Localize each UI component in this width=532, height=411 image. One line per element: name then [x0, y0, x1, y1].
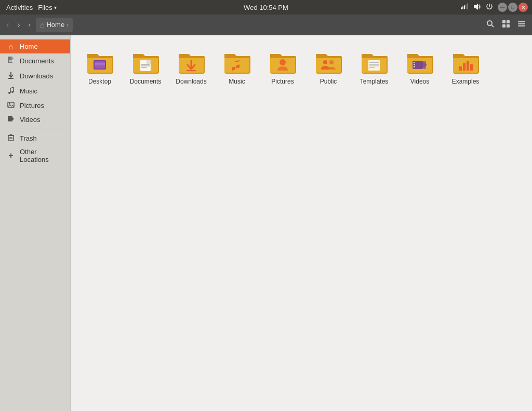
top-bar-clock: Wed 10:54 PM [244, 4, 288, 11]
sidebar-item-videos[interactable]: Videos [0, 113, 70, 127]
activities-button[interactable]: Activities [4, 3, 35, 12]
svg-point-24 [9, 103, 10, 105]
svg-line-7 [491, 25, 494, 27]
documents-icon [6, 56, 16, 66]
sidebar-item-home[interactable]: ⌂ Home [0, 39, 70, 53]
minimize-button[interactable]: — [498, 3, 507, 12]
sidebar-label-other-locations: Other Locations [20, 148, 64, 163]
files-menu[interactable]: Files ▾ [38, 4, 56, 11]
sidebar-item-pictures[interactable]: Pictures [0, 99, 70, 113]
music-folder-icon [222, 47, 251, 76]
file-label-videos: Videos [410, 78, 429, 85]
svg-rect-57 [423, 61, 426, 69]
pictures-icon [6, 101, 16, 110]
desktop-folder-icon [85, 47, 114, 76]
sidebar-label-downloads: Downloads [20, 72, 53, 80]
videos-icon [6, 115, 16, 124]
sidebar-label-music: Music [20, 87, 37, 95]
downloads-icon [6, 71, 16, 81]
home-icon: ⌂ [6, 42, 16, 51]
svg-rect-25 [8, 116, 12, 121]
file-label-downloads: Downloads [176, 78, 206, 85]
svg-rect-3 [466, 4, 467, 9]
svg-point-6 [487, 21, 492, 25]
svg-rect-14 [518, 25, 525, 26]
top-bar: Activities Files ▾ Wed 10:54 PM [0, 0, 532, 15]
search-button[interactable] [483, 18, 498, 32]
public-folder-icon [314, 47, 343, 76]
trash-icon [6, 134, 16, 143]
top-bar-left: Activities Files ▾ [4, 3, 57, 12]
files-menu-label: Files [38, 4, 52, 11]
maximize-button[interactable]: □ [508, 3, 517, 12]
view-toggle-button[interactable] [499, 18, 513, 32]
breadcrumb-chevron-icon: › [66, 21, 69, 29]
header-right-buttons [483, 18, 529, 32]
file-label-music: Music [229, 78, 245, 85]
other-locations-icon: + [6, 151, 16, 160]
svg-point-45 [323, 60, 327, 64]
file-item-downloads[interactable]: Downloads [170, 44, 212, 88]
sidebar-label-trash: Trash [20, 134, 37, 142]
templates-folder-icon [360, 47, 389, 76]
sidebar-label-pictures: Pictures [20, 102, 44, 109]
power-icon[interactable] [485, 3, 494, 12]
sidebar-item-downloads[interactable]: Downloads [0, 68, 70, 84]
svg-point-44 [280, 59, 286, 65]
main-layout: ⌂ Home Documents Down [0, 35, 532, 411]
file-label-documents: Documents [130, 78, 162, 85]
sidebar-label-videos: Videos [20, 116, 41, 124]
file-item-examples[interactable]: Examples [445, 44, 486, 88]
svg-rect-59 [463, 63, 466, 71]
svg-marker-16 [11, 57, 14, 59]
svg-rect-8 [502, 20, 506, 23]
network-icon[interactable] [460, 3, 469, 12]
up-button[interactable]: ‹ [25, 19, 34, 31]
back-button[interactable]: ‹ [3, 18, 12, 32]
svg-rect-12 [518, 21, 525, 22]
svg-rect-10 [502, 24, 506, 28]
breadcrumb[interactable]: ⌂ Home › [36, 18, 73, 32]
svg-rect-1 [462, 6, 463, 9]
breadcrumb-label: Home [46, 21, 64, 29]
svg-rect-54 [414, 64, 415, 65]
forward-button[interactable]: › [14, 18, 23, 32]
file-item-pictures[interactable]: Pictures [262, 44, 303, 88]
sidebar-divider [4, 129, 66, 129]
file-area: Desktop Docum [71, 35, 532, 411]
sidebar-label-home: Home [20, 43, 38, 50]
file-label-desktop: Desktop [88, 78, 111, 85]
svg-rect-58 [459, 66, 462, 71]
svg-rect-53 [414, 62, 415, 63]
sidebar-item-documents[interactable]: Documents [0, 53, 70, 68]
file-item-templates[interactable]: Templates [353, 44, 395, 88]
svg-rect-60 [467, 61, 469, 71]
close-button[interactable]: ✕ [518, 3, 528, 12]
svg-rect-23 [8, 102, 14, 107]
file-label-examples: Examples [452, 78, 480, 85]
sidebar-label-documents: Documents [20, 57, 54, 65]
svg-marker-5 [474, 4, 478, 10]
documents-folder-icon [131, 47, 160, 76]
volume-icon[interactable] [473, 3, 481, 12]
top-bar-right: — □ ✕ [460, 3, 528, 12]
file-label-templates: Templates [360, 78, 389, 85]
svg-rect-4 [467, 3, 468, 9]
file-item-videos[interactable]: Videos [399, 44, 441, 88]
menu-button[interactable] [514, 18, 529, 32]
svg-point-46 [329, 60, 334, 64]
videos-folder-icon [405, 47, 434, 76]
downloads-folder-icon [177, 47, 206, 76]
music-icon [6, 86, 16, 96]
sidebar-item-other-locations[interactable]: + Other Locations [0, 145, 70, 166]
sidebar-item-trash[interactable]: Trash [0, 131, 70, 145]
window-controls: — □ ✕ [498, 3, 528, 12]
file-item-documents[interactable]: Documents [125, 44, 166, 88]
pictures-folder-icon [268, 47, 297, 76]
sidebar-item-music[interactable]: Music [0, 84, 70, 99]
file-label-public: Public [320, 78, 337, 85]
file-item-music[interactable]: Music [216, 44, 258, 88]
svg-rect-13 [518, 23, 525, 24]
file-item-public[interactable]: Public [308, 44, 349, 88]
file-item-desktop[interactable]: Desktop [79, 44, 121, 88]
